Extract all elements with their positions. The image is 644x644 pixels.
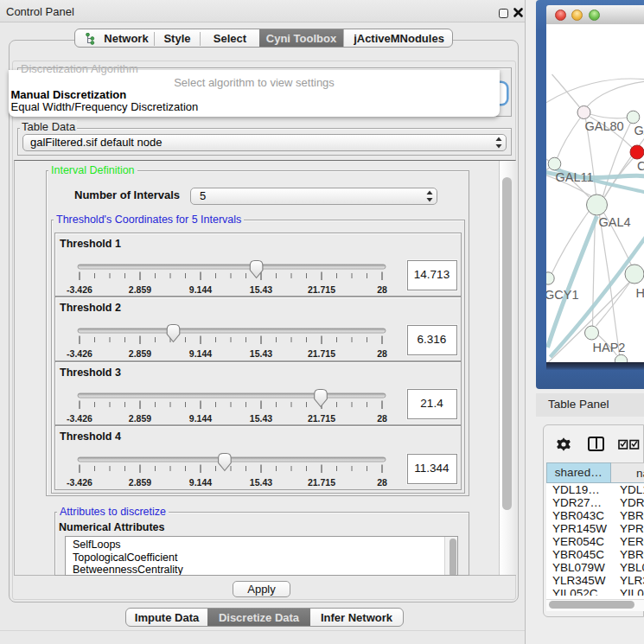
svg-text:28: 28 — [377, 348, 387, 359]
svg-text:9.144: 9.144 — [189, 413, 212, 424]
svg-text:28: 28 — [377, 477, 387, 488]
svg-text:15.43: 15.43 — [250, 284, 272, 295]
svg-text:-3.426: -3.426 — [67, 477, 92, 488]
svg-text:2.859: 2.859 — [129, 413, 151, 424]
svg-text:28: 28 — [377, 413, 387, 424]
svg-text:15.43: 15.43 — [250, 413, 272, 424]
svg-text:-3.426: -3.426 — [67, 348, 92, 359]
svg-text:2.859: 2.859 — [129, 348, 151, 359]
svg-text:9.144: 9.144 — [189, 477, 212, 488]
svg-text:H: H — [635, 286, 644, 300]
svg-text:HAP2: HAP2 — [592, 341, 625, 354]
svg-text:GAL80: GAL80 — [584, 119, 623, 133]
svg-text:GAL11: GAL11 — [555, 170, 593, 184]
svg-text:15.43: 15.43 — [250, 348, 272, 359]
svg-text:GA: GA — [634, 124, 644, 137]
svg-text:-3.426: -3.426 — [67, 284, 92, 295]
svg-text:21.715: 21.715 — [308, 477, 335, 488]
svg-text:C: C — [637, 159, 644, 173]
svg-text:15.43: 15.43 — [250, 477, 272, 488]
svg-text:2.859: 2.859 — [129, 477, 151, 488]
svg-text:21.715: 21.715 — [308, 413, 335, 424]
svg-text:9.144: 9.144 — [189, 284, 212, 295]
svg-text:2.859: 2.859 — [129, 284, 151, 295]
svg-text:21.715: 21.715 — [308, 348, 335, 359]
svg-text:9.144: 9.144 — [189, 348, 212, 359]
svg-text:GAL4: GAL4 — [598, 215, 630, 229]
svg-text:21.715: 21.715 — [308, 284, 335, 295]
svg-text:GCY1: GCY1 — [546, 288, 579, 302]
svg-text:28: 28 — [377, 284, 387, 295]
svg-text:-3.426: -3.426 — [67, 413, 92, 424]
